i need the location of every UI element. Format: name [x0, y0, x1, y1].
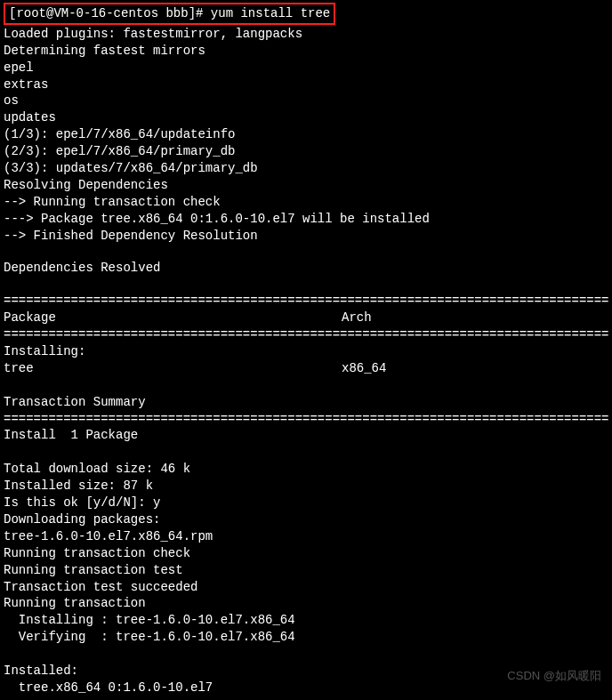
command-prompt-highlight: [root@VM-0-16-centos bbb]# yum install t…	[4, 3, 335, 25]
output-line: Dependencies Resolved	[4, 260, 608, 277]
output-line: extras	[4, 76, 608, 93]
transaction-summary: Transaction Summary	[4, 394, 608, 411]
separator-line: ========================================…	[4, 411, 608, 428]
output-line	[4, 277, 608, 293]
confirm-prompt[interactable]: Is this ok [y/d/N]: y	[4, 495, 608, 511]
output-line: --> Finished Dependency Resolution	[4, 228, 608, 245]
blank-line	[4, 646, 608, 663]
output-line: os	[4, 93, 608, 109]
rpm-file: tree-1.6.0-10.el7.x86_64.rpm	[4, 528, 608, 545]
run-check: Running transaction check	[4, 545, 608, 562]
verifying-package: Verifying : tree-1.6.0-10.el7.x86_64	[4, 629, 608, 646]
blank-line	[4, 696, 608, 700]
shell-command[interactable]: [root@VM-0-16-centos bbb]# yum install t…	[9, 6, 330, 20]
separator-line: ========================================…	[4, 293, 608, 310]
output-line: epel	[4, 60, 608, 76]
output-line: updates	[4, 109, 608, 126]
output-line: --> Running transaction check	[4, 194, 608, 211]
package-name: tree	[4, 360, 342, 377]
installed-label: Installed:	[4, 663, 608, 680]
downloading-label: Downloading packages:	[4, 511, 608, 528]
blank-line	[4, 377, 608, 394]
run-transaction: Running transaction	[4, 595, 608, 612]
header-arch: Arch	[342, 310, 608, 326]
installed-package: tree.x86_64 0:1.6.0-10.el7	[4, 680, 608, 696]
blank-line	[4, 444, 608, 461]
output-line: ---> Package tree.x86_64 0:1.6.0-10.el7 …	[4, 211, 608, 228]
table-row: tree x86_64	[4, 360, 608, 377]
test-ok: Transaction test succeeded	[4, 579, 608, 596]
run-test: Running transaction test	[4, 562, 608, 579]
install-count: Install 1 Package	[4, 427, 608, 444]
output-line: Determining fastest mirrors	[4, 43, 608, 60]
output-line: Resolving Dependencies	[4, 177, 608, 194]
separator-line: ========================================…	[4, 326, 608, 343]
output-line: (1/3): epel/7/x86_64/updateinfo	[4, 126, 608, 143]
output-line	[4, 244, 608, 260]
download-size: Total download size: 46 k	[4, 461, 608, 478]
installed-size: Installed size: 87 k	[4, 478, 608, 495]
package-arch: x86_64	[342, 360, 608, 377]
installing-label: Installing:	[4, 343, 608, 360]
output-line: (3/3): updates/7/x86_64/primary_db	[4, 160, 608, 177]
header-package: Package	[4, 310, 342, 326]
installing-package: Installing : tree-1.6.0-10.el7.x86_64	[4, 612, 608, 629]
output-line: (2/3): epel/7/x86_64/primary_db	[4, 143, 608, 160]
output-line: Loaded plugins: fastestmirror, langpacks	[4, 26, 608, 43]
table-header: Package Arch	[4, 310, 608, 326]
